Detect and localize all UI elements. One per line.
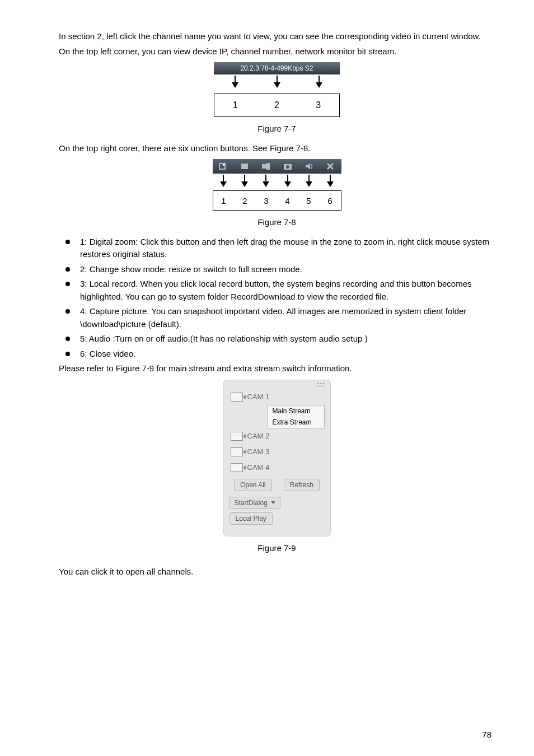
arrows-row (213, 174, 341, 190)
bullet-list: 1: Digital zoom: Click this button and t… (59, 236, 495, 361)
svg-rect-2 (262, 164, 266, 169)
callout-number: 1 (221, 196, 226, 206)
figure-7-7: 20.2.3.78-4-499Kbps S2 1 2 3 (59, 62, 495, 117)
channel-item-cam1[interactable]: CAM 1 (224, 389, 330, 405)
channel-label: CAM 2 (247, 432, 270, 440)
select-label: StartDialog (235, 499, 268, 507)
svg-rect-3 (266, 163, 270, 170)
paragraph: In section 2, left click the channel nam… (59, 30, 495, 43)
menu-item-main-stream[interactable]: Main Stream (268, 405, 324, 417)
number-row: 1 2 3 (214, 94, 340, 117)
show-mode-icon (240, 161, 250, 171)
grip-icon (317, 382, 325, 388)
list-item: 3: Local record. When you click local re… (59, 278, 495, 303)
camera-icon (231, 432, 243, 441)
callout-number: 3 (264, 196, 268, 206)
channel-item-cam2[interactable]: CAM 2 (224, 428, 330, 444)
page-number: 78 (482, 730, 491, 739)
record-icon (261, 161, 271, 171)
local-play-button[interactable]: Local Play (229, 512, 273, 525)
capture-icon (283, 161, 293, 171)
stream-submenu: Main Stream Extra Stream (268, 405, 325, 428)
paragraph: On the top right corer, there are six un… (59, 142, 495, 155)
callout-number: 5 (306, 196, 311, 206)
figure-caption: Figure 7-7 (59, 123, 495, 136)
menu-item-extra-stream[interactable]: Extra Stream (268, 417, 324, 428)
camera-icon (231, 447, 243, 456)
list-item: 5: Audio :Turn on or off audio.(It has n… (59, 333, 495, 346)
button-toolbar (213, 159, 341, 174)
channel-label: CAM 1 (247, 393, 270, 401)
paragraph: You can click it to open all channels. (59, 566, 495, 578)
figure-caption: Figure 7-8 (59, 216, 495, 229)
callout-number: 2 (242, 196, 247, 206)
figure-caption: Figure 7-9 (59, 542, 495, 555)
svg-point-5 (286, 165, 289, 169)
channel-item-cam4[interactable]: CAM 4 (224, 460, 330, 475)
paragraph: On the top left corner, you can view dev… (59, 45, 495, 58)
panel-button-row: Open All Refresh (224, 475, 330, 493)
chevron-down-icon (271, 501, 275, 504)
callout-number: 1 (233, 100, 238, 110)
figure-7-8: 1 2 3 4 5 6 (59, 159, 495, 211)
stream-info-header: 20.2.3.78-4-499Kbps S2 (214, 62, 340, 74)
arrows-row (214, 74, 340, 94)
callout-number: 3 (316, 100, 321, 110)
zoom-icon (218, 161, 228, 171)
channel-item-cam3[interactable]: CAM 3 (224, 444, 330, 460)
list-item: 4: Capture picture. You can snapshoot im… (59, 305, 495, 330)
callout-number: 4 (285, 196, 289, 206)
channel-panel: CAM 1 Main Stream Extra Stream CAM 2 CAM… (223, 380, 331, 536)
close-icon (325, 161, 335, 171)
refresh-button[interactable]: Refresh (284, 479, 320, 491)
camera-icon (231, 393, 243, 402)
paragraph: Please refer to Figure 7-9 for main stre… (59, 362, 495, 375)
list-item: 2: Change show mode: resize or switch to… (59, 263, 495, 276)
number-row: 1 2 3 4 5 6 (213, 190, 341, 211)
callout-number: 2 (274, 100, 279, 110)
panel-grip (224, 380, 330, 389)
channel-label: CAM 3 (247, 447, 270, 456)
camera-icon (231, 463, 243, 472)
callout-number: 6 (327, 196, 332, 206)
channel-label: CAM 4 (247, 463, 270, 472)
list-item: 6: Close video. (59, 348, 495, 361)
svg-rect-1 (241, 164, 248, 169)
audio-icon (304, 161, 314, 171)
open-all-button[interactable]: Open All (234, 479, 271, 491)
list-item: 1: Digital zoom: Click this button and t… (59, 236, 495, 261)
start-dialog-select[interactable]: StartDialog (229, 497, 330, 509)
